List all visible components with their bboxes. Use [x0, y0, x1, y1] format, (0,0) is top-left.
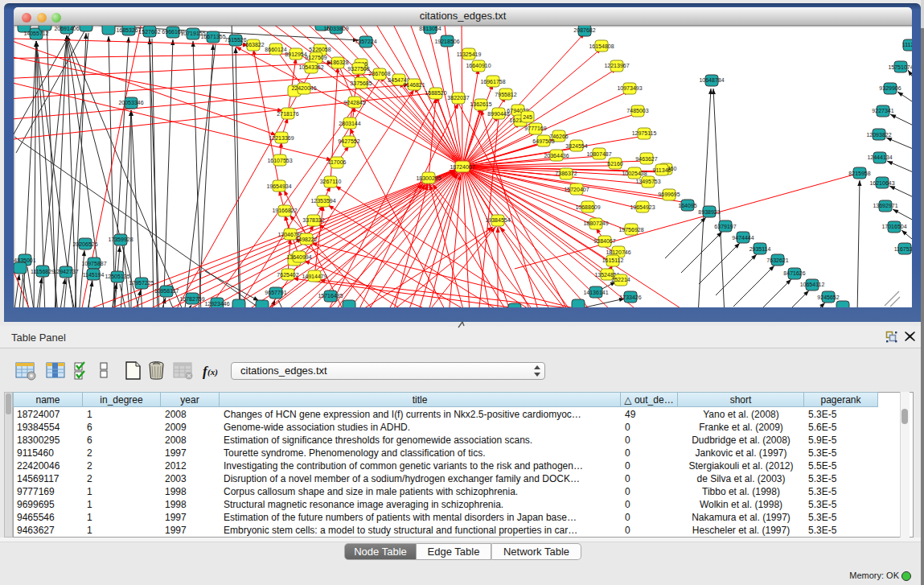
svg-text:1145194: 1145194	[83, 272, 105, 278]
svg-text:18807249: 18807249	[583, 220, 608, 226]
svg-text:14914479: 14914479	[302, 274, 326, 279]
svg-text:16782759: 16782759	[179, 296, 204, 302]
svg-text:13692971: 13692971	[873, 203, 897, 208]
svg-text:(x): (x)	[207, 367, 218, 377]
svg-text:12213369: 12213369	[269, 135, 294, 141]
svg-text:9384067: 9384067	[593, 238, 615, 244]
svg-text:10688609: 10688609	[575, 204, 600, 210]
svg-text:16640910: 16640910	[466, 63, 491, 68]
svg-text:16107553: 16107553	[267, 158, 292, 163]
svg-text:17359928: 17359928	[108, 237, 133, 242]
svg-text:19756928: 19756928	[618, 227, 643, 233]
svg-text:18120746: 18120746	[606, 249, 630, 255]
svg-text:9474444: 9474444	[732, 235, 754, 241]
svg-text:19654923: 19654923	[630, 204, 655, 210]
svg-text:8912954: 8912954	[285, 51, 306, 57]
svg-text:1167534: 1167534	[894, 246, 912, 252]
svg-text:3824554: 3824554	[565, 143, 587, 149]
svg-text:8813054: 8813054	[419, 26, 441, 31]
svg-text:2087682: 2087682	[573, 27, 595, 33]
svg-text:16033809: 16033809	[323, 26, 348, 31]
svg-text:8215958: 8215958	[848, 171, 870, 176]
svg-text:6497508: 6497508	[532, 138, 554, 144]
svg-text:9329906: 9329906	[879, 85, 901, 91]
svg-text:12444134: 12444134	[867, 154, 892, 160]
svg-text:14055712: 14055712	[23, 31, 48, 36]
svg-text:18724007: 18724007	[450, 164, 474, 170]
svg-text:1362615: 1362615	[470, 101, 491, 107]
svg-text:20053346: 20053346	[118, 100, 143, 105]
svg-text:16154808: 16154808	[589, 43, 614, 49]
svg-text:12923446: 12923446	[204, 301, 229, 307]
svg-text:11156829: 11156829	[31, 269, 55, 274]
svg-text:10807487: 10807487	[586, 151, 611, 157]
svg-text:10654112: 10654112	[800, 282, 825, 287]
svg-text:1733426: 1733426	[619, 295, 641, 300]
svg-text:10975887: 10975887	[81, 261, 106, 266]
svg-text:3378332: 3378332	[302, 217, 324, 223]
svg-text:16853267: 16853267	[116, 27, 141, 33]
svg-text:20206526: 20206526	[72, 241, 97, 247]
svg-text:16210643: 16210643	[869, 180, 894, 186]
svg-text:9146821: 9146821	[403, 82, 425, 88]
svg-text:12975115: 12975115	[632, 130, 657, 136]
svg-text:8471626: 8471626	[783, 270, 805, 276]
svg-text:18300295: 18300295	[416, 175, 441, 181]
svg-text:10973493: 10973493	[617, 85, 642, 91]
svg-text:10543362: 10543362	[298, 64, 323, 70]
svg-text:8186328: 8186328	[326, 60, 348, 65]
svg-text:9427552: 9427552	[338, 138, 359, 144]
svg-text:8660124: 8660124	[265, 47, 286, 52]
svg-text:6379197: 6379197	[714, 224, 736, 229]
svg-text:19654934: 19654934	[266, 183, 291, 189]
svg-text:19384554: 19384554	[485, 217, 510, 223]
svg-text:7955812: 7955812	[495, 92, 516, 97]
svg-text:9657791: 9657791	[265, 290, 286, 295]
svg-text:62160: 62160	[607, 161, 623, 167]
svg-text:117006: 117006	[328, 159, 347, 165]
svg-text:9127509: 9127509	[305, 55, 326, 60]
svg-text:2367608: 2367608	[368, 71, 390, 76]
svg-text:10958117: 10958117	[154, 288, 179, 294]
svg-text:9463627: 9463627	[635, 156, 657, 162]
svg-text:12505135: 12505135	[105, 274, 129, 279]
svg-text:10025438: 10025438	[622, 171, 647, 176]
svg-text:9699695: 9699695	[658, 192, 680, 197]
svg-text:17957225: 17957225	[129, 280, 154, 286]
svg-text:15751074: 15751074	[888, 64, 912, 70]
svg-text:911346: 911346	[653, 167, 671, 173]
svg-text:12353594: 12353594	[310, 198, 335, 204]
svg-text:7663822: 7663822	[242, 42, 264, 47]
svg-text:11123: 11123	[902, 42, 912, 47]
svg-text:12093822: 12093822	[866, 132, 891, 138]
svg-text:14136141: 14136141	[583, 290, 608, 295]
svg-text:252214: 252214	[611, 277, 630, 282]
svg-text:1588520: 1588520	[425, 90, 446, 96]
svg-text:12213967: 12213967	[604, 63, 629, 68]
svg-text:9242845: 9242845	[343, 100, 365, 105]
svg-text:19218506: 19218506	[434, 39, 459, 44]
svg-text:164095: 164095	[678, 203, 696, 208]
svg-text:9227341: 9227341	[872, 108, 893, 113]
svg-text:16961758: 16961758	[480, 79, 505, 84]
svg-text:9777169: 9777169	[524, 126, 546, 131]
svg-text:13495753: 13495753	[635, 179, 660, 184]
svg-text:3822037: 3822037	[447, 95, 469, 101]
svg-text:15716485: 15716485	[318, 293, 343, 299]
svg-text:3267110: 3267110	[320, 179, 342, 184]
svg-text:2935114: 2935114	[749, 246, 771, 252]
svg-text:10648784: 10648784	[699, 77, 724, 83]
svg-text:19166822: 19166822	[272, 208, 297, 213]
svg-text:9327508: 9327508	[347, 66, 369, 72]
svg-text:7632621: 7632621	[766, 257, 788, 263]
svg-text:9245652: 9245652	[817, 295, 839, 300]
svg-text:2718176: 2718176	[277, 111, 298, 117]
svg-text:12942737: 12942737	[53, 269, 78, 274]
svg-text:22420046: 22420046	[291, 85, 316, 91]
svg-text:3375685: 3375685	[350, 80, 372, 86]
svg-text:20364436: 20364436	[544, 153, 569, 159]
svg-text:8938923: 8938923	[698, 209, 720, 215]
svg-text:3498222: 3498222	[295, 237, 317, 242]
svg-text:7625402: 7625402	[277, 272, 298, 278]
svg-text:7386372: 7386372	[555, 171, 577, 176]
